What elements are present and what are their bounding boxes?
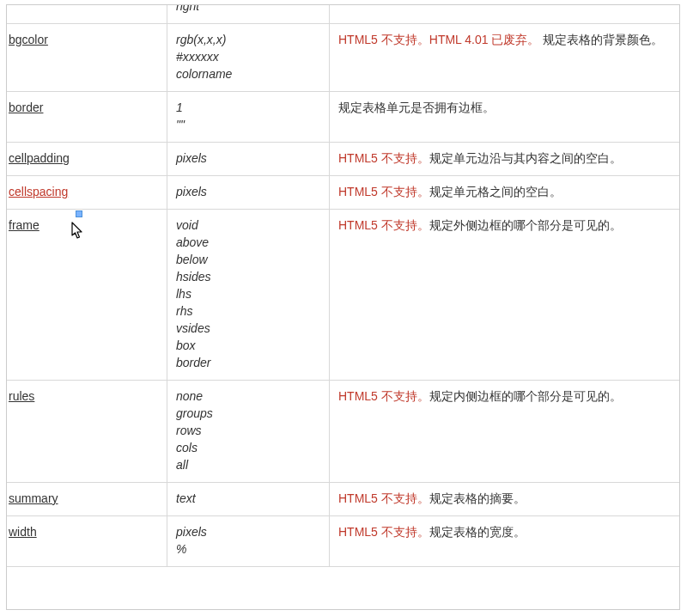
value-text: all: [176, 458, 188, 472]
screenshot-frame: alignleftcenterrightHTML5 不支持。HTML 4.01 …: [6, 4, 680, 610]
table-row: widthpixels%HTML5 不支持。规定表格的宽度。: [6, 516, 680, 567]
value-text: rows: [176, 424, 202, 437]
attribute-values: leftcenterright: [167, 4, 330, 24]
deprecation-note: HTML 4.01 已废弃。: [429, 33, 540, 46]
description-text: 规定表格的背景颜色。: [539, 33, 663, 46]
value-text: vsides: [176, 321, 210, 335]
attribute-link-rules[interactable]: rules: [9, 387, 34, 405]
deprecation-note: HTML5 不支持。: [338, 33, 429, 46]
value-text: "": [176, 118, 185, 131]
value-text: none: [176, 389, 203, 403]
attribute-link-frame[interactable]: frame: [9, 217, 40, 234]
attribute-description: HTML5 不支持。规定内侧边框的哪个部分是可见的。: [330, 381, 681, 483]
description-text: 规定内侧边框的哪个部分是可见的。: [429, 389, 622, 403]
attribute-values: pixels%: [167, 516, 330, 567]
value-text: lhs: [176, 287, 192, 301]
value-text: void: [176, 218, 198, 232]
description-text: 规定单元格之间的空白。: [429, 185, 562, 198]
table-row: cellspacingpixelsHTML5 不支持。规定单元格之间的空白。: [6, 176, 680, 210]
attribute-description: HTML5 不支持。规定单元格之间的空白。: [330, 176, 681, 210]
selection-handle: [76, 210, 82, 217]
attribute-description: HTML5 不支持。规定表格的宽度。: [330, 516, 681, 567]
description-text: 规定表格的摘要。: [429, 491, 526, 505]
table-row: border1""规定表格单元是否拥有边框。: [6, 92, 680, 143]
value-text: box: [176, 338, 196, 352]
attribute-values: text: [167, 483, 330, 516]
value-text: right: [176, 4, 199, 13]
table-row: alignleftcenterrightHTML5 不支持。HTML 4.01 …: [6, 4, 680, 24]
value-text: 1: [176, 101, 183, 114]
attribute-description: HTML5 不支持。规定外侧边框的哪个部分是可见的。: [330, 210, 681, 381]
attribute-values: 1"": [167, 92, 330, 143]
value-text: groups: [176, 406, 213, 420]
value-text: colorname: [176, 67, 232, 81]
value-text: hsides: [176, 270, 210, 284]
value-text: rhs: [176, 304, 192, 318]
deprecation-note: HTML5 不支持。: [338, 185, 429, 198]
table-row: bgcolorrgb(x,x,x)#xxxxxxcolornameHTML5 不…: [6, 24, 680, 92]
table-row: cellpaddingpixelsHTML5 不支持。规定单元边沿与其内容之间的…: [6, 143, 680, 176]
value-text: pixels: [176, 185, 207, 198]
attribute-description: HTML5 不支持。规定单元边沿与其内容之间的空白。: [330, 143, 681, 176]
value-text: cols: [176, 441, 198, 454]
description-text: 规定表格的宽度。: [429, 525, 526, 539]
attribute-values: voidabovebelowhsideslhsrhsvsidesboxborde…: [167, 210, 330, 381]
deprecation-note: HTML5 不支持。: [338, 491, 429, 505]
description-text: 规定表格单元是否拥有边框。: [338, 101, 495, 114]
description-text: 规定单元边沿与其内容之间的空白。: [429, 151, 622, 165]
table-row: summarytextHTML5 不支持。规定表格的摘要。: [6, 483, 680, 516]
deprecation-note: HTML5 不支持。: [338, 525, 429, 539]
value-text: border: [176, 356, 210, 369]
attribute-values: pixels: [167, 176, 330, 210]
attribute-link-cellpadding[interactable]: cellpadding: [9, 149, 70, 167]
attribute-description: HTML5 不支持。规定表格的摘要。: [330, 483, 681, 516]
attribute-description: HTML5 不支持。HTML 4.01 已废弃。 规定表格的背景颜色。: [330, 24, 681, 92]
value-text: text: [176, 491, 196, 505]
value-text: %: [176, 542, 186, 556]
attribute-description: HTML5 不支持。HTML 4.01 已废弃。 规定表格相对周围元素的对齐方式…: [330, 4, 681, 24]
attribute-description: 规定表格单元是否拥有边框。: [330, 92, 681, 143]
attribute-link-cellspacing[interactable]: cellspacing: [9, 183, 68, 200]
attribute-values: nonegroupsrowscolsall: [167, 381, 330, 483]
value-text: above: [176, 235, 209, 249]
attribute-link-summary[interactable]: summary: [9, 490, 58, 507]
deprecation-note: HTML5 不支持。: [338, 389, 429, 403]
attribute-values: rgb(x,x,x)#xxxxxxcolorname: [167, 24, 330, 92]
description-text: 规定外侧边框的哪个部分是可见的。: [429, 218, 622, 232]
deprecation-note: HTML5 不支持。: [338, 218, 429, 232]
attribute-values: pixels: [167, 143, 330, 176]
table-row: framevoidabovebelowhsideslhsrhsvsidesbox…: [6, 210, 680, 381]
value-text: pixels: [176, 151, 207, 165]
attribute-link-bgcolor[interactable]: bgcolor: [9, 31, 48, 48]
attributes-table: alignleftcenterrightHTML5 不支持。HTML 4.01 …: [6, 4, 680, 567]
value-text: #xxxxxx: [176, 50, 219, 64]
value-text: rgb(x,x,x): [176, 33, 226, 46]
value-text: below: [176, 253, 208, 266]
value-text: pixels: [176, 525, 207, 539]
attribute-link-width[interactable]: width: [9, 523, 37, 540]
deprecation-note: HTML5 不支持。: [338, 151, 429, 165]
attribute-link-border[interactable]: border: [9, 99, 43, 116]
table-row: rulesnonegroupsrowscolsallHTML5 不支持。规定内侧…: [6, 381, 680, 483]
